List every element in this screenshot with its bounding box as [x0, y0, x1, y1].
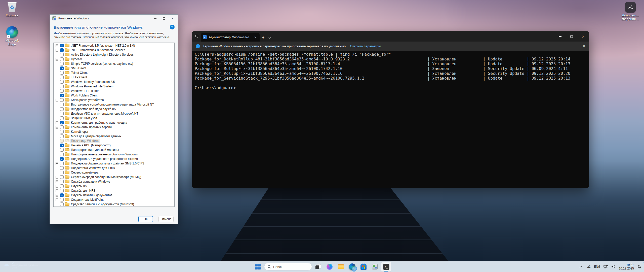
feature-checkbox[interactable] — [60, 193, 64, 197]
edge-button[interactable] — [347, 262, 357, 272]
feature-checkbox[interactable] — [60, 89, 64, 93]
file-explorer-button[interactable] — [336, 262, 346, 272]
chevron-down-icon[interactable] — [268, 36, 271, 39]
language-indicator[interactable]: ENG — [593, 262, 601, 271]
cancel-button[interactable]: Отмена — [158, 216, 174, 222]
store-button[interactable] — [358, 262, 369, 272]
feature-checkbox[interactable] — [60, 85, 64, 88]
feature-checkbox[interactable] — [60, 107, 64, 111]
feature-checkbox[interactable] — [60, 103, 64, 106]
feature-item[interactable]: .NET Framework 3.5 (включает .NET 2.0 и … — [54, 43, 174, 48]
expand-toggle-icon[interactable] — [56, 121, 58, 124]
dialog-titlebar[interactable]: Компоненты Windows ✕ — [50, 15, 178, 22]
feature-item[interactable]: Контейнеры — [54, 129, 174, 134]
feature-item[interactable]: Службы IIS — [54, 184, 174, 188]
feature-checkbox[interactable] — [60, 116, 64, 120]
feature-item[interactable]: Печать в PDF (Майкрософт) — [54, 143, 174, 148]
minimize-button[interactable] — [554, 31, 566, 42]
feature-item[interactable]: Мост для центра обработки данных — [54, 134, 174, 139]
feature-item[interactable]: Службы для NFS — [54, 188, 174, 193]
ok-button[interactable]: ОК — [138, 216, 153, 222]
feature-item[interactable]: Компоненты для работы с мультимедиа — [54, 120, 174, 125]
feature-checkbox[interactable] — [60, 134, 64, 138]
expand-toggle-icon[interactable] — [56, 189, 58, 192]
feature-item[interactable]: Службы печати и документов — [54, 193, 174, 197]
feature-checkbox[interactable] — [60, 148, 64, 152]
expand-toggle-icon[interactable] — [56, 185, 58, 188]
help-icon[interactable]: ? — [170, 25, 175, 29]
feature-item[interactable]: Windows Identity Foundation 3.5 — [54, 80, 174, 84]
close-button[interactable]: ✕ — [168, 15, 177, 22]
notification-bell-button[interactable]: z — [636, 262, 642, 271]
feature-checkbox[interactable] — [60, 180, 64, 183]
feature-item[interactable]: Защищенный узел — [54, 116, 174, 120]
feature-item[interactable]: Компоненты прежних версий — [54, 125, 174, 129]
feature-checkbox[interactable] — [60, 144, 64, 147]
task-view-button[interactable] — [313, 262, 323, 272]
minimize-button[interactable] — [151, 15, 159, 22]
feature-item[interactable]: Соединитель MultiPoint — [54, 197, 174, 202]
infobar-close-icon[interactable]: ✕ — [583, 44, 585, 48]
close-button[interactable]: ✕ — [577, 31, 589, 42]
feature-checkbox[interactable] — [60, 184, 64, 188]
feature-item[interactable]: Поддержка API удаленного разностного сжа… — [54, 157, 174, 161]
expand-toggle-icon[interactable] — [56, 49, 58, 52]
feature-item[interactable]: Песочница Windows — [54, 139, 174, 143]
feature-checkbox[interactable] — [60, 157, 64, 161]
feature-checkbox[interactable] — [60, 48, 64, 52]
network-tray-icon[interactable] — [602, 262, 609, 271]
feature-checkbox[interactable] — [60, 130, 64, 133]
feature-checkbox[interactable] — [60, 112, 64, 115]
tray-overflow-button[interactable] — [578, 262, 584, 271]
feature-checkbox[interactable] — [60, 98, 64, 102]
feature-checkbox[interactable] — [60, 76, 64, 79]
feature-checkbox[interactable] — [60, 171, 64, 174]
feature-item[interactable]: Блокировка устройства — [54, 98, 174, 102]
feature-checkbox[interactable] — [60, 66, 64, 70]
desktop-icon-edge[interactable]: ↗ Microsoft Edge — [2, 26, 22, 46]
feature-item[interactable]: Hyper-V — [54, 57, 174, 61]
feature-checkbox[interactable] — [60, 53, 64, 56]
terminal-tab[interactable]: >_ Администратор: Windows Po ✕ — [201, 33, 260, 42]
expand-toggle-icon[interactable] — [56, 198, 58, 201]
new-tab-button[interactable]: + — [262, 36, 264, 40]
taskbar-search[interactable]: Поиск — [264, 263, 312, 270]
feature-checkbox[interactable] — [60, 121, 64, 124]
feature-checkbox[interactable] — [60, 62, 64, 65]
feature-item[interactable]: Active Directory Lightweight Directory S… — [54, 52, 174, 57]
expand-toggle-icon[interactable] — [56, 126, 58, 129]
feature-item[interactable]: Сервер контейнера — [54, 170, 174, 175]
feature-item[interactable]: Simple TCPIP services (i.e. echo, daytim… — [54, 61, 174, 66]
windows-features-taskbar-button[interactable] — [370, 262, 380, 272]
feature-checkbox[interactable] — [60, 198, 64, 201]
copilot-button[interactable] — [325, 262, 335, 272]
clock-tray[interactable]: 19:31 10.12.2025 — [618, 262, 635, 271]
feature-item[interactable]: Поддержка общего доступа к файлам SMB 1.… — [54, 161, 174, 166]
onedrive-tray-icon[interactable]: ☁ — [585, 262, 592, 271]
desktop-icon-spotlight[interactable]: Дополнит... сведения ... — [618, 2, 642, 21]
feature-item[interactable]: Windows TIFF IFilter — [54, 89, 174, 93]
expand-toggle-icon[interactable] — [56, 44, 58, 47]
expand-toggle-icon[interactable] — [56, 58, 58, 61]
feature-checkbox[interactable] — [60, 44, 64, 47]
feature-checkbox[interactable] — [60, 57, 64, 61]
maximize-button[interactable] — [566, 31, 577, 42]
feature-item[interactable]: Внедряемое веб-ядро служб IIS — [54, 107, 174, 111]
feature-checkbox[interactable] — [60, 71, 64, 75]
feature-item[interactable]: Telnet Client — [54, 71, 174, 75]
feature-item[interactable]: Платформа низкоуровневой оболочки Window… — [54, 152, 174, 157]
feature-checkbox[interactable] — [60, 94, 64, 97]
feature-checkbox[interactable] — [60, 162, 64, 165]
feature-checkbox[interactable] — [60, 153, 64, 156]
feature-item[interactable]: Виртуальное устройство для интеграции яд… — [54, 102, 174, 107]
open-settings-link[interactable]: Открыть параметры — [350, 44, 381, 48]
expand-toggle-icon[interactable] — [56, 162, 58, 165]
terminal-output[interactable]: C:\Users\adguard>dism /online /get-packa… — [192, 51, 589, 188]
feature-item[interactable]: Платформа виртуальной машины — [54, 148, 174, 152]
feature-item[interactable]: Средство записи XPS-документов (Microsof… — [54, 202, 174, 207]
terminal-titlebar[interactable]: >_ Администратор: Windows Po ✕ + ✕ — [192, 31, 589, 42]
feature-item[interactable]: .NET Framework 4.8 Advanced Services — [54, 48, 174, 52]
feature-item[interactable]: Подсистема Windows для Linux — [54, 166, 174, 170]
feature-checkbox[interactable] — [60, 125, 64, 129]
feature-checkbox[interactable] — [60, 175, 64, 179]
